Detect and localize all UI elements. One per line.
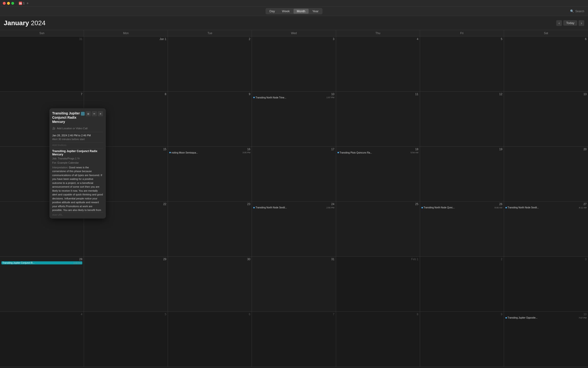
day-header-sat: Sat [504,30,588,36]
event-bar-jupiter[interactable]: Transiting Jupiter Conjunct R... 2:46 PM [1,261,82,264]
day-number: 8 [338,313,418,316]
day-number: 7 [253,313,334,316]
day-cell-feb9[interactable]: 9 [420,312,504,367]
video-icon: 🎥 [52,127,55,130]
day-cell-dec31[interactable]: 31 [0,37,84,92]
day-cell-jan2[interactable]: 2 [168,37,252,92]
day-cell-jan17[interactable]: 17 [252,147,336,202]
day-cell-feb7[interactable]: 7 [252,312,336,367]
day-cell-jan1[interactable]: Jan 1 [84,37,168,92]
day-cell-jan25[interactable]: 25 [336,202,420,257]
popup-invitees[interactable]: Add Invitees [49,143,106,148]
day-cell-jan4[interactable]: 4 [336,37,420,92]
popup-title: Transiting Jupiter Conjunct Radix Mercur… [52,111,81,124]
view-month-button[interactable]: Month [294,9,308,14]
titlebar: 📅 1 + [0,0,588,7]
event-dot [421,207,423,208]
day-cell-jan16[interactable]: 16 nsiting Moon Semisqua... 3:05 PM [168,147,252,202]
day-cell-jan3[interactable]: 3 [252,37,336,92]
day-header-tue: Tue [168,30,252,36]
popup-add-url[interactable]: Add URL [49,212,106,219]
event-time: 3:05 PM [243,151,250,154]
day-cell-jan12[interactable]: 12 [420,92,504,147]
event-dot [253,207,255,208]
day-cell-jan29[interactable]: 29 [84,257,168,312]
event-dot [505,317,507,319]
tab-calendar[interactable]: 📅 1 [19,2,25,5]
day-number: 16 [169,148,250,151]
search-label: Search [575,10,584,13]
day-cell-feb4[interactable]: 4 [0,312,84,367]
navbar: Day Week Month Year 🔍 Search [0,7,588,16]
day-cell-jan30[interactable]: 30 [168,257,252,312]
popup-calendar-button[interactable]: ⊞ [86,111,91,116]
day-number: Feb 1 [338,258,418,261]
day-cell-jan23[interactable]: 23 [168,202,252,257]
day-number: 3 [253,37,334,41]
day-cell-jan19[interactable]: 19 [420,147,504,202]
day-cell-jan28[interactable]: 28 Transiting Jupiter Conjunct R... 2:46… [0,257,84,312]
event-time: 7:07 PM [579,317,587,319]
day-number: 6 [505,37,587,41]
event-dot [338,152,339,153]
day-cell-jan11[interactable]: 11 [336,92,420,147]
day-cell-feb2[interactable]: 2 [420,257,504,312]
popup-job-line: Job: Transits/Progs 1 Yr [49,156,106,161]
day-number: 26 [421,202,502,206]
day-cell-jan24[interactable]: 24 Transiting North Node Sextil... 2:55 … [252,202,336,257]
event-dot [505,207,507,208]
day-cell-jan27[interactable]: 27 Transiting North Node Sextil... 4:11 … [504,202,588,257]
event-item[interactable]: Transiting North Node Sextil... 4:11 AM [505,206,587,209]
day-cell-jan26[interactable]: 26 Transiting North Node Qunc... 8:06 AM [420,202,504,257]
day-number: 28 [1,258,82,261]
day-number: 5 [421,37,502,41]
day-number: 4 [1,313,82,316]
day-cell-jan31[interactable]: 31 [252,257,336,312]
day-number: 7 [1,92,82,96]
popup-edit-button[interactable]: ✏ [92,111,97,116]
next-month-button[interactable]: › [579,20,584,26]
popup-color-button[interactable] [81,112,85,116]
event-item[interactable]: Transiting North Node Qunc... 8:06 AM [421,206,502,209]
event-item[interactable]: Transiting North Node Trine... 1:07 PM [253,96,334,99]
day-cell-feb8[interactable]: 8 [336,312,420,367]
day-number: 8 [85,92,166,96]
day-cell-feb1[interactable]: Feb 1 [336,257,420,312]
day-cell-jan20[interactable]: 20 [504,147,588,202]
day-cell-jan6[interactable]: 6 [504,37,588,92]
popup-actions: ⊞ ✏ ✕ [81,111,103,116]
view-week-button[interactable]: Week [279,9,293,14]
prev-month-button[interactable]: ‹ [556,20,562,26]
day-cell-feb6[interactable]: 6 [168,312,252,367]
add-location-label[interactable]: Add Location or Video Call [57,127,88,130]
view-year-button[interactable]: Year [309,9,322,14]
event-item[interactable]: Transiting Pluto Quincunx Ra... 5:54 AM [338,151,418,154]
minimize-button[interactable] [7,2,10,5]
day-cell-jan10[interactable]: 10 Transiting North Node Trine... 1:07 P… [252,92,336,147]
day-number: 24 [253,202,334,206]
day-cell-jan5[interactable]: 5 [420,37,504,92]
search-area: 🔍 Search [570,9,584,13]
event-item[interactable]: Transiting North Node Sextil... 2:55 PM [253,206,334,209]
day-cell-jan9[interactable]: 9 [168,92,252,147]
nav-today-area: ‹ Today › [556,20,584,26]
event-item[interactable]: nsiting Moon Semisqua... 3:05 PM [169,151,250,154]
event-item[interactable]: Transiting Jupiter Opposite... 7:07 PM [505,316,587,319]
day-cell-feb3[interactable]: 3 [504,257,588,312]
view-day-button[interactable]: Day [266,9,278,14]
day-cell-jan13[interactable]: 13 [504,92,588,147]
day-number: 17 [253,148,334,151]
day-header-fri: Fri [420,30,504,36]
add-tab-button[interactable]: + [26,1,29,5]
day-number: Jan 1 [85,37,166,41]
day-cell-feb5[interactable]: 5 [84,312,168,367]
popup-date: Jan 28, 2024 2:46 PM to 2:46 PM [49,132,106,137]
day-cell-jan18[interactable]: 18 Transiting Pluto Quincunx Ra... 5:54 … [336,147,420,202]
day-headers: Sun Mon Tue Wed Thu Fri Sat [0,30,588,37]
body-content: Good news is the cornerstone of this pha… [52,166,103,212]
close-button[interactable] [3,2,6,5]
maximize-button[interactable] [11,2,14,5]
popup-close-button[interactable]: ✕ [98,111,103,116]
day-cell-feb10[interactable]: 10 Transiting Jupiter Opposite... 7:07 P… [504,312,588,367]
today-button[interactable]: Today [563,20,577,26]
